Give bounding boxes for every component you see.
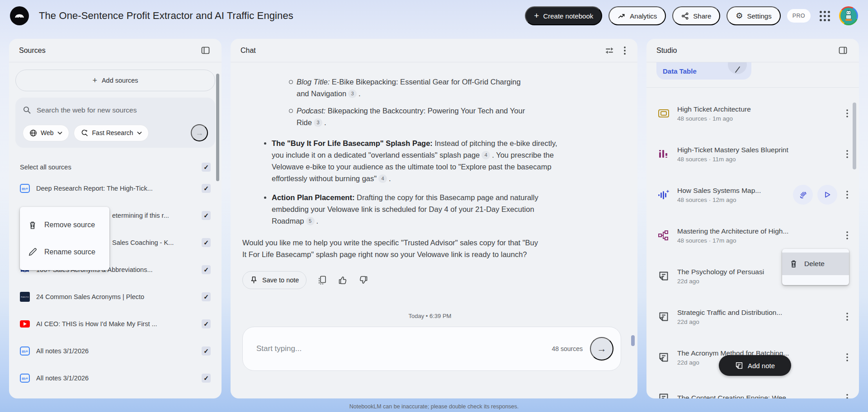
chat-input[interactable]: Start typing... 48 sources → (242, 327, 621, 371)
select-all-checkbox[interactable]: ✓ (202, 163, 211, 172)
source-checkbox[interactable]: ✓ (202, 346, 211, 356)
source-title: All notes 3/1/2026 (36, 347, 195, 355)
citation-chip[interactable]: 3 (348, 89, 357, 98)
chat-settings-tune-icon[interactable] (603, 44, 616, 57)
studio-item[interactable]: High Ticket Architecture 48 sources · 1m… (646, 93, 859, 134)
chat-bullet: Action Plan Placement: Drafting the copy… (242, 192, 606, 227)
item-kebab-icon[interactable] (844, 392, 850, 398)
chat-more-kebab-icon[interactable] (622, 45, 627, 56)
studio-item[interactable]: How Sales Systems Map... 48 sources · 12… (646, 174, 859, 215)
item-kebab-icon[interactable] (844, 148, 850, 160)
bullet-lead: Blog Title: (297, 78, 330, 86)
bullet-text: Bikepacking the Backcountry: Powering Yo… (297, 107, 525, 126)
notebook-source-icon: m+ (20, 374, 30, 383)
thumbs-down-icon[interactable] (359, 276, 368, 285)
studio-item-title: High Ticket Architecture (677, 105, 837, 113)
chat-scrollbar[interactable] (631, 335, 635, 346)
interactive-mode-icon[interactable] (793, 185, 813, 205)
trash-icon (789, 259, 798, 268)
add-sources-button[interactable]: + Add sources (15, 70, 215, 91)
share-label: Share (693, 12, 711, 20)
studio-item-meta: 48 sources · 1m ago (677, 115, 837, 122)
source-row[interactable]: m+ Deep Research Report: The High-Tick..… (9, 175, 222, 202)
source-checkbox[interactable]: ✓ (202, 238, 211, 247)
settings-label: Settings (747, 12, 772, 20)
studio-item[interactable]: High-Ticket Mastery Sales Blueprint 48 s… (646, 134, 859, 174)
sources-title: Sources (19, 47, 46, 55)
source-checkbox[interactable]: ✓ (202, 211, 211, 220)
create-notebook-label: Create notebook (543, 12, 593, 20)
user-avatar[interactable] (839, 6, 858, 25)
studio-scrollbar[interactable] (853, 103, 856, 169)
rename-source-menu-item[interactable]: Rename source (20, 239, 109, 266)
studio-item-meta: 48 sources · 12m ago (677, 197, 786, 203)
source-title: All notes 3/1/2026 (36, 375, 195, 382)
pencil-icon (28, 248, 37, 257)
send-button[interactable]: → (590, 337, 613, 360)
source-checkbox[interactable]: ✓ (202, 184, 211, 193)
sources-panel: Sources + Add sources Search the web for… (9, 39, 222, 398)
studio-item[interactable]: The Content Creation Engine: Wee... (646, 378, 859, 398)
studio-item-title: High-Ticket Mastery Sales Blueprint (677, 146, 837, 154)
analytics-button[interactable]: Analytics (609, 6, 666, 25)
create-notebook-button[interactable]: + Create notebook (525, 6, 602, 25)
source-checkbox[interactable]: ✓ (202, 265, 211, 274)
search-input[interactable]: Search the web for new sources (23, 106, 208, 114)
web-source-chip[interactable]: Web (23, 125, 69, 141)
studio-item[interactable]: Strategic Traffic and Distribution... 22… (646, 296, 859, 337)
note-icon (657, 393, 670, 398)
collapse-sources-panel-icon[interactable] (199, 44, 212, 56)
bullet-lead: Action Plan Placement: (272, 193, 354, 201)
check-icon: ✓ (203, 212, 209, 219)
fast-research-chip[interactable]: Fast Research (74, 125, 149, 141)
item-kebab-icon[interactable] (844, 311, 850, 323)
bullet-tail: . (316, 217, 319, 225)
remove-source-menu-item[interactable]: Remove source (20, 211, 109, 239)
source-title: 24 Common Sales Acronyms | Plecto (36, 293, 195, 300)
source-checkbox[interactable]: ✓ (202, 374, 211, 383)
data-table-chip[interactable]: Data Table (656, 62, 751, 80)
source-checkbox[interactable]: ✓ (202, 292, 211, 301)
thumbs-up-icon[interactable] (338, 276, 347, 285)
bullet-tail: . (389, 174, 391, 183)
citation-chip[interactable]: 3 (314, 118, 322, 127)
notebooklm-logo-icon[interactable] (10, 6, 29, 25)
pro-badge: PRO (787, 9, 811, 23)
sources-scrollbar[interactable] (216, 74, 219, 181)
chip-edit-icon[interactable] (728, 62, 747, 74)
item-kebab-icon[interactable] (844, 229, 850, 241)
source-row[interactable]: m+ All notes 3/1/2026 ✓ (9, 365, 222, 392)
bullet-lead: Podcast: (297, 107, 326, 115)
web-search-card: Search the web for new sources Web Fast … (15, 98, 215, 148)
citation-chip[interactable]: 4 (378, 174, 387, 183)
share-button[interactable]: Share (672, 6, 720, 25)
chat-bullet: The "Buy It For Life Basecamp" Splash Pa… (242, 137, 606, 184)
add-note-button[interactable]: Add note (719, 355, 791, 376)
settings-button[interactable]: ⚙ Settings (726, 6, 780, 25)
source-checkbox[interactable]: ✓ (202, 319, 211, 328)
studio-list: High Ticket Architecture 48 sources · 1m… (646, 93, 859, 398)
copy-icon[interactable] (318, 276, 326, 285)
delete-menu-item[interactable]: Delete (782, 253, 849, 275)
source-row[interactable]: AI CEO: THIS is How I'd Make My First ..… (9, 310, 222, 337)
play-icon[interactable] (817, 185, 837, 205)
source-row[interactable]: PLECTO 24 Common Sales Acronyms | Plecto… (9, 283, 222, 310)
chat-header: Chat (231, 39, 637, 62)
google-apps-grid-icon[interactable] (817, 8, 833, 24)
plecto-logo-icon: PLECTO (20, 292, 30, 302)
item-kebab-icon[interactable] (844, 108, 850, 119)
citation-chip[interactable]: 5 (306, 217, 315, 225)
chat-panel: Chat Blog Title: E-Bike Bikepacking: Ess… (231, 39, 637, 398)
collapse-studio-panel-icon[interactable] (837, 44, 849, 56)
select-all-label: Select all sources (20, 164, 71, 171)
item-kebab-icon[interactable] (844, 351, 850, 363)
add-sources-label: Add sources (102, 77, 138, 84)
search-submit-button[interactable]: → (191, 124, 208, 141)
chat-message: Blog Title: E-Bike Bikepacking: Essentia… (231, 62, 606, 371)
save-to-note-button[interactable]: Save to note (242, 271, 307, 289)
bullet-tail: . (324, 118, 326, 126)
citation-chip[interactable]: 4 (481, 151, 490, 159)
analytics-icon (618, 12, 626, 20)
source-row[interactable]: m+ All notes 3/1/2026 ✓ (9, 337, 222, 365)
item-kebab-icon[interactable] (844, 189, 850, 201)
